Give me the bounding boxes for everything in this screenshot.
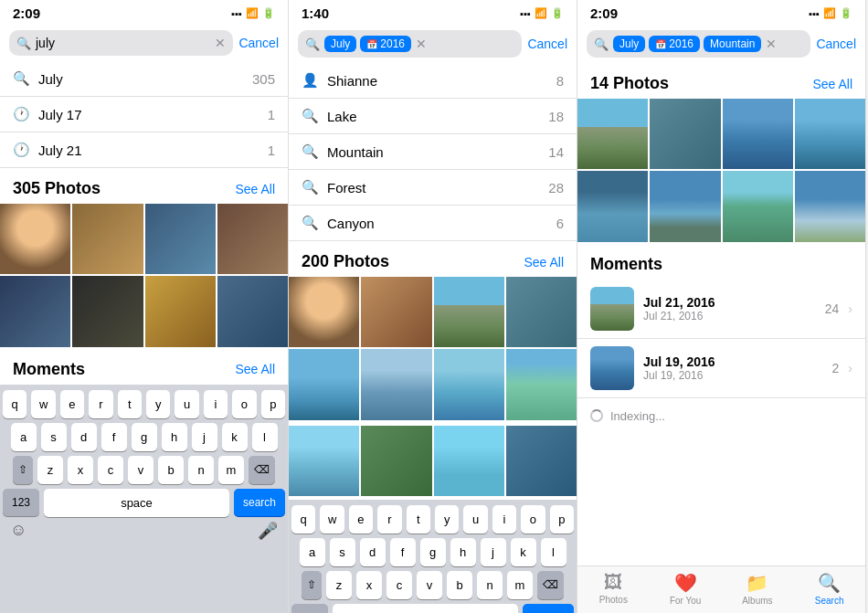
kb-i-1[interactable]: i	[204, 390, 228, 418]
kb-m-2[interactable]: m	[507, 571, 533, 599]
kb-r-1[interactable]: r	[89, 390, 112, 418]
kb-q-2[interactable]: q	[291, 505, 315, 534]
kb-z-2[interactable]: z	[326, 571, 352, 599]
photo-2-11[interactable]	[434, 426, 504, 496]
kb-s-2[interactable]: s	[330, 538, 355, 566]
photo-1-3[interactable]	[145, 204, 216, 274]
photo-1-4[interactable]	[217, 204, 288, 274]
search-bar-1[interactable]: 🔍 july ✕ Cancel	[0, 25, 288, 61]
moment-row-jul21[interactable]: Jul 21, 2016 Jul 21, 2016 24 ›	[577, 280, 865, 339]
photo-1-7[interactable]	[145, 276, 216, 346]
kb-y-2[interactable]: y	[435, 505, 459, 534]
kb-space-2[interactable]: space	[333, 604, 518, 613]
search-clear-1[interactable]: ✕	[215, 36, 226, 50]
tag-july-2[interactable]: July	[324, 36, 356, 52]
search-clear-2[interactable]: ✕	[416, 37, 427, 51]
tag-july-3[interactable]: July	[613, 36, 645, 52]
suggestion-shianne[interactable]: 👤 Shianne 8	[289, 63, 577, 99]
search-bar-2[interactable]: 🔍 July 📅 2016 ✕ Cancel	[289, 25, 577, 63]
photo-3-7[interactable]	[723, 171, 793, 241]
tag-2016-3[interactable]: 📅 2016	[649, 36, 700, 52]
kb-a-2[interactable]: a	[300, 538, 325, 566]
photos-see-all-2[interactable]: See All	[524, 255, 564, 270]
kb-numbers-1[interactable]: 123	[3, 489, 39, 516]
kb-g-2[interactable]: g	[420, 538, 446, 566]
kb-del-1[interactable]: ⌫	[249, 456, 275, 484]
search-input-wrap-3[interactable]: 🔍 July 📅 2016 Mountain ✕	[587, 30, 810, 58]
kb-j-2[interactable]: j	[481, 538, 506, 566]
nav-search[interactable]: 🔍 Search	[793, 572, 865, 606]
moments-see-all-1[interactable]: See All	[235, 362, 275, 376]
photo-2-6[interactable]	[361, 349, 431, 419]
photo-1-2[interactable]	[72, 204, 143, 274]
kb-o-1[interactable]: o	[232, 390, 256, 418]
kb-p-1[interactable]: p	[261, 390, 285, 418]
kb-w-2[interactable]: w	[320, 505, 344, 534]
kb-mic-icon-1[interactable]: 🎤	[258, 521, 278, 541]
photo-1-6[interactable]	[72, 276, 143, 346]
photo-3-4[interactable]	[795, 99, 865, 169]
kb-search-2[interactable]: search	[523, 604, 574, 613]
kb-x-1[interactable]: x	[68, 456, 93, 484]
suggestion-row-july[interactable]: 🔍 July 305	[0, 61, 288, 97]
suggestion-mountain[interactable]: 🔍 Mountain 14	[289, 134, 577, 170]
kb-b-2[interactable]: b	[447, 571, 472, 599]
cancel-button-3[interactable]: Cancel	[816, 37, 856, 51]
kb-f-1[interactable]: f	[101, 423, 127, 451]
kb-c-1[interactable]: c	[98, 456, 123, 484]
kb-space-1[interactable]: space	[44, 489, 229, 517]
kb-h-2[interactable]: h	[450, 538, 476, 566]
search-input-wrap-2[interactable]: 🔍 July 📅 2016 ✕	[298, 30, 522, 58]
kb-j-1[interactable]: j	[192, 423, 217, 451]
kb-k-1[interactable]: k	[222, 423, 248, 451]
photo-1-8[interactable]	[217, 276, 288, 346]
kb-search-1[interactable]: search	[234, 489, 285, 516]
kb-v-1[interactable]: v	[128, 456, 153, 484]
kb-u-2[interactable]: u	[463, 505, 487, 534]
photo-1-5[interactable]	[0, 276, 70, 346]
search-input-wrap-1[interactable]: 🔍 july ✕	[9, 30, 233, 56]
kb-n-2[interactable]: n	[477, 571, 503, 599]
kb-u-1[interactable]: u	[175, 390, 198, 418]
search-bar-3[interactable]: 🔍 July 📅 2016 Mountain ✕ Cancel	[577, 25, 865, 63]
nav-for-you[interactable]: ❤️ For You	[650, 572, 722, 606]
suggestion-lake[interactable]: 🔍 Lake 18	[289, 99, 577, 134]
nav-photos[interactable]: 🖼 Photos	[577, 572, 650, 606]
moment-row-jul19[interactable]: Jul 19, 2016 Jul 19, 2016 2 ›	[577, 339, 865, 398]
kb-o-2[interactable]: o	[521, 505, 545, 534]
kb-b-1[interactable]: b	[158, 456, 184, 484]
kb-s-1[interactable]: s	[41, 423, 67, 451]
photo-3-1[interactable]	[577, 99, 648, 169]
suggestion-row-july21[interactable]: 🕐 July 21 1	[0, 132, 288, 168]
kb-k-2[interactable]: k	[511, 538, 536, 566]
tag-mountain-3[interactable]: Mountain	[704, 36, 761, 52]
kb-e-1[interactable]: e	[60, 390, 84, 418]
photo-2-7[interactable]	[434, 349, 504, 419]
tag-2016-2[interactable]: 📅 2016	[360, 36, 411, 52]
photo-3-5[interactable]	[577, 171, 648, 241]
photo-2-10[interactable]	[361, 426, 431, 496]
kb-m-1[interactable]: m	[218, 456, 244, 484]
kb-p-2[interactable]: p	[550, 505, 574, 534]
photo-1-1[interactable]	[0, 204, 70, 274]
kb-d-1[interactable]: d	[71, 423, 97, 451]
kb-shift-1[interactable]: ⇧	[13, 456, 33, 484]
photo-3-2[interactable]	[650, 99, 720, 169]
kb-emoji-icon-1[interactable]: ☺	[10, 521, 26, 541]
kb-w-1[interactable]: w	[31, 390, 55, 418]
suggestion-row-july17[interactable]: 🕐 July 17 1	[0, 97, 288, 132]
kb-t-2[interactable]: t	[407, 505, 430, 534]
photo-2-2[interactable]	[361, 277, 431, 347]
kb-t-1[interactable]: t	[118, 390, 142, 418]
photo-2-3[interactable]	[434, 277, 504, 347]
kb-n-1[interactable]: n	[188, 456, 214, 484]
photo-2-8[interactable]	[506, 349, 577, 419]
kb-h-1[interactable]: h	[162, 423, 187, 451]
photo-2-4[interactable]	[506, 277, 577, 347]
kb-f-2[interactable]: f	[390, 538, 416, 566]
kb-l-1[interactable]: l	[252, 423, 278, 451]
kb-y-1[interactable]: y	[146, 390, 170, 418]
photo-3-8[interactable]	[795, 171, 865, 241]
kb-a-1[interactable]: a	[11, 423, 37, 451]
kb-g-1[interactable]: g	[132, 423, 157, 451]
